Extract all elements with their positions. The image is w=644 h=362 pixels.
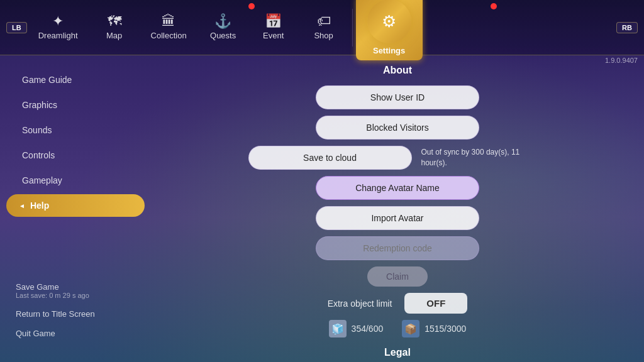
quit-game-label: Quit Game xyxy=(16,329,55,338)
sync-warning-text: Out of sync by 300 day(s), 11 hour(s). xyxy=(421,147,547,168)
tab-collection-label: Collection xyxy=(151,31,187,40)
count-icon-1: 🧊 xyxy=(329,320,347,337)
shop-icon: 🏷 xyxy=(317,14,331,28)
return-title-label: Return to Title Screen xyxy=(16,309,95,319)
notification-dot-collection xyxy=(248,3,255,9)
map-icon: 🗺 xyxy=(108,14,121,28)
tab-dreamlight-label: Dreamlight xyxy=(38,31,78,40)
count-value-2: 1515/3000 xyxy=(425,324,466,334)
save-to-cloud-button[interactable]: Save to cloud xyxy=(248,146,412,170)
sidebar-item-sounds[interactable]: Sounds xyxy=(6,119,145,141)
nav-bar: LB ✦ Dreamlight 🗺 Map 🏛 Collection ⚓ Que… xyxy=(0,0,644,55)
settings-circle: ⚙ xyxy=(367,0,411,43)
tab-event-label: Event xyxy=(263,31,284,40)
sidebar-item-quit-game[interactable]: Quit Game xyxy=(0,324,151,343)
collection-icon: 🏛 xyxy=(162,14,175,28)
tab-map-label: Map xyxy=(106,31,122,40)
sidebar-item-return-title[interactable]: Return to Title Screen xyxy=(0,304,151,324)
gameplay-label: Gameplay xyxy=(22,175,62,185)
controls-label: Controls xyxy=(22,150,55,160)
sidebar-item-game-guide[interactable]: Game Guide xyxy=(6,69,145,91)
tab-settings[interactable]: ⚙ Settings xyxy=(356,0,423,60)
object-counts: 🧊 354/600 📦 1515/3000 xyxy=(164,320,631,337)
count-value-1: 354/600 xyxy=(352,324,384,334)
tab-settings-label: Settings xyxy=(373,46,405,55)
nav-tabs: ✦ Dreamlight 🗺 Map 🏛 Collection ⚓ Quests… xyxy=(27,0,616,60)
sidebar-item-gameplay[interactable]: Gameplay xyxy=(6,169,145,192)
event-icon: 📅 xyxy=(265,14,282,28)
quests-icon: ⚓ xyxy=(214,14,231,28)
tab-quests-label: Quests xyxy=(210,31,236,40)
right-panel: About Show User ID Blocked Visitors Save… xyxy=(151,55,644,362)
tab-map[interactable]: 🗺 Map xyxy=(89,9,140,45)
show-user-id-button[interactable]: Show User ID xyxy=(316,85,479,109)
sidebar-item-graphics[interactable]: Graphics xyxy=(6,94,145,116)
extra-object-toggle[interactable]: OFF xyxy=(404,293,467,314)
sidebar-spacer xyxy=(0,219,151,270)
blocked-visitors-button[interactable]: Blocked Visitors xyxy=(316,116,479,140)
main-content: Game Guide Graphics Sounds Controls Game… xyxy=(0,55,644,362)
redemption-code-input[interactable] xyxy=(316,236,479,260)
count-item-1: 🧊 354/600 xyxy=(329,320,384,337)
about-title: About xyxy=(164,65,631,76)
sidebar-item-help[interactable]: Help xyxy=(6,194,145,217)
legal-title: Legal xyxy=(164,347,631,358)
notification-dot-shop xyxy=(491,3,497,9)
save-game-sublabel: Last save: 0 m 29 s ago xyxy=(16,292,135,299)
extra-object-label: Extra object limit xyxy=(328,299,392,309)
tab-shop[interactable]: 🏷 Shop xyxy=(299,9,349,45)
count-item-2: 📦 1515/3000 xyxy=(402,320,466,337)
change-avatar-name-button[interactable]: Change Avatar Name xyxy=(316,176,479,200)
sidebar: Game Guide Graphics Sounds Controls Game… xyxy=(0,55,151,362)
tab-quests[interactable]: ⚓ Quests xyxy=(198,9,248,45)
settings-icon: ⚙ xyxy=(382,12,396,31)
save-game-label: Save Game xyxy=(16,282,135,292)
count-icon-2: 📦 xyxy=(402,320,419,337)
tab-shop-label: Shop xyxy=(314,31,333,40)
version-label: 1.9.0.9407 xyxy=(605,57,638,64)
save-cloud-row: Save to cloud Out of sync by 300 day(s),… xyxy=(164,146,631,170)
sidebar-item-save-game[interactable]: Save Game Last save: 0 m 29 s ago xyxy=(0,277,151,304)
nav-divider xyxy=(352,9,353,47)
tab-event[interactable]: 📅 Event xyxy=(248,9,299,45)
shoulder-left-button[interactable]: LB xyxy=(6,22,27,33)
help-label: Help xyxy=(30,200,49,211)
tab-collection[interactable]: 🏛 Collection xyxy=(140,9,198,45)
import-avatar-button[interactable]: Import Avatar xyxy=(316,206,479,230)
sounds-label: Sounds xyxy=(22,125,52,135)
game-guide-label: Game Guide xyxy=(22,75,72,85)
graphics-label: Graphics xyxy=(22,100,57,110)
shoulder-right-button[interactable]: RB xyxy=(616,22,638,33)
tab-dreamlight[interactable]: ✦ Dreamlight xyxy=(27,9,89,45)
claim-button[interactable]: Claim xyxy=(367,266,428,287)
dreamlight-icon: ✦ xyxy=(52,14,64,28)
extra-object-row: Extra object limit OFF xyxy=(164,293,631,314)
sidebar-item-controls[interactable]: Controls xyxy=(6,144,145,167)
sidebar-bottom: Save Game Last save: 0 m 29 s ago Return… xyxy=(0,271,151,349)
